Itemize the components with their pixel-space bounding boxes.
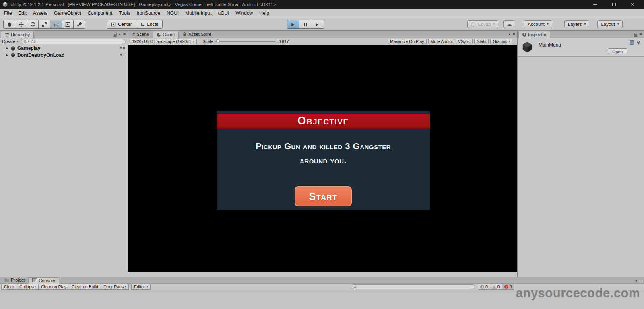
tab-inspector[interactable]: Inspector [518, 31, 550, 38]
panel-menu-icon[interactable]: ≡ [123, 32, 126, 37]
warning-icon [492, 285, 496, 289]
panel-menu-icon[interactable]: ≡ [640, 32, 642, 37]
caret-down-icon: ▾ [146, 285, 148, 288]
menu-mobile-input[interactable]: Mobile Input [182, 10, 215, 16]
move-tool-button[interactable] [15, 20, 27, 29]
rotate-tool-button[interactable] [27, 20, 39, 29]
scene-options-menu[interactable]: ▾≡ [120, 46, 125, 51]
collab-dropdown[interactable]: Collab ▾ [467, 20, 499, 28]
window-title: Unity 2019.1.2f1 Personal - [PREVIEW PAC… [10, 2, 276, 7]
scene-options-menu[interactable]: ▾≡ [120, 53, 125, 57]
menu-edit[interactable]: Edit [15, 10, 30, 16]
layers-dropdown[interactable]: Layers ▾ [564, 20, 590, 28]
warning-count-badge[interactable]: 0 [490, 284, 502, 290]
hierarchy-panel: Hierarchy ▾ ≡ Create ▾ ▾ All ▶ Ga [0, 31, 128, 277]
info-count: 0 [485, 284, 488, 289]
caret-down-icon: ▾ [493, 23, 495, 26]
lock-icon[interactable] [634, 34, 637, 37]
pause-button[interactable] [299, 20, 312, 29]
panel-menu-icon[interactable]: ≡ [640, 279, 642, 283]
menu-ugui[interactable]: uGUI [215, 10, 233, 16]
caret-down-icon[interactable]: ▾ [636, 280, 637, 283]
pivot-center-button[interactable]: Center [107, 20, 136, 29]
transform-tool-button[interactable] [62, 20, 74, 29]
caret-down-icon[interactable]: ▾ [509, 33, 510, 36]
vsync-toggle[interactable]: VSync [456, 39, 473, 44]
game-render-surface[interactable]: Objective Pickup Gun and killed 3 Gangst… [128, 45, 517, 272]
lock-icon[interactable] [114, 34, 117, 37]
thumbnail-icon[interactable] [630, 40, 634, 45]
info-count-badge[interactable]: 0 [478, 284, 490, 290]
game-panel-controls: ▾ ≡ [509, 32, 515, 37]
menu-help[interactable]: Help [256, 10, 272, 16]
tab-console-label: Console [39, 278, 55, 283]
tab-project-label: Project [11, 278, 25, 282]
tab-asset-store[interactable]: Asset Store [179, 31, 215, 38]
step-button[interactable]: ▶ [312, 20, 324, 29]
collab-label: Collab [478, 22, 491, 27]
inspector-tabstrip: Inspector ≡ [518, 31, 644, 38]
editor-dropdown[interactable]: Editor ▾ [131, 284, 151, 290]
maximize-on-play-toggle[interactable]: Maximize On Play [388, 39, 427, 44]
panel-menu-icon[interactable]: ≡ [513, 32, 515, 37]
scale-slider-handle[interactable] [216, 39, 220, 43]
scale-slider[interactable] [215, 41, 276, 42]
start-button-label: Start [309, 191, 338, 202]
custom-tool-button[interactable] [73, 20, 85, 29]
hierarchy-item-gameplay[interactable]: ▶ Gameplay ▾≡ [0, 45, 128, 52]
menu-window[interactable]: Window [233, 10, 256, 16]
mute-audio-toggle[interactable]: Mute Audio [428, 39, 454, 44]
expand-arrow-icon[interactable]: ▶ [6, 47, 10, 50]
play-button[interactable]: ▶ [287, 20, 299, 29]
start-button[interactable]: Start [295, 186, 352, 206]
collapse-toggle[interactable]: Collapse [17, 284, 39, 290]
scale-tool-button[interactable] [38, 20, 50, 29]
menu-tools[interactable]: Tools [116, 10, 133, 16]
expand-arrow-icon[interactable]: ▶ [6, 54, 10, 57]
error-pause-toggle[interactable]: Error Pause [101, 284, 129, 290]
tab-game[interactable]: Game [153, 31, 179, 38]
account-dropdown[interactable]: Account ▾ [524, 20, 552, 28]
menu-file[interactable]: File [1, 10, 15, 16]
tab-console[interactable]: Console [28, 277, 59, 284]
objective-divider [217, 128, 430, 130]
error-icon [504, 285, 508, 289]
error-count-badge[interactable]: 0 [502, 284, 514, 290]
inspector-panel-controls: ≡ [634, 32, 642, 37]
stats-toggle[interactable]: Stats [474, 39, 489, 44]
playmode-controls: ▶ ▶ [287, 20, 324, 29]
aspect-dropdown[interactable]: 1920x1080 Landscape (1920x1 ▾ [130, 39, 197, 44]
tab-scene[interactable]: Scene [129, 31, 153, 38]
hierarchy-search-input[interactable]: ▾ All [21, 39, 126, 44]
clear-button[interactable]: Clear [1, 284, 17, 290]
menu-ngui[interactable]: NGUI [163, 10, 182, 16]
open-button[interactable]: Open [608, 48, 627, 54]
menu-assets[interactable]: Assets [30, 10, 51, 16]
caret-down-icon[interactable]: ▾ [119, 33, 121, 36]
space-local-button[interactable]: Local [136, 20, 163, 29]
tab-hierarchy[interactable]: Hierarchy [1, 31, 34, 38]
game-toolbar: 1920x1080 Landscape (1920x1 ▾ Scale 0.61… [128, 38, 517, 45]
rect-tool-button[interactable] [50, 20, 62, 29]
watermark-text: anysourcecode.com [516, 286, 640, 301]
console-search-input[interactable] [351, 284, 475, 289]
menu-ironsource[interactable]: IronSource [133, 10, 163, 16]
scene-grid-icon [132, 32, 135, 37]
layout-dropdown[interactable]: Layout ▾ [597, 20, 623, 28]
console-icon [32, 278, 37, 282]
menu-gameobject[interactable]: GameObject [51, 10, 84, 16]
clear-on-build-toggle[interactable]: Clear on Build [69, 284, 101, 290]
hierarchy-item-dontdestroyonload[interactable]: ▶ DontDestroyOnLoad ▾≡ [0, 52, 128, 59]
close-button[interactable]: × [623, 0, 642, 9]
rotate-icon [30, 21, 36, 27]
tab-project[interactable]: Project [1, 277, 28, 283]
menu-component[interactable]: Component [84, 10, 116, 16]
clear-on-play-toggle[interactable]: Clear on Play [38, 284, 69, 290]
maximize-button[interactable] [605, 0, 623, 9]
gear-icon[interactable]: ⚙ [636, 40, 640, 45]
minimize-button[interactable] [586, 0, 605, 9]
create-button[interactable]: Create ▾ [2, 39, 19, 44]
cloud-button[interactable]: ☁ [503, 20, 515, 28]
gizmos-dropdown[interactable]: Gizmos▾ [490, 39, 512, 44]
hand-tool-button[interactable] [3, 20, 15, 29]
